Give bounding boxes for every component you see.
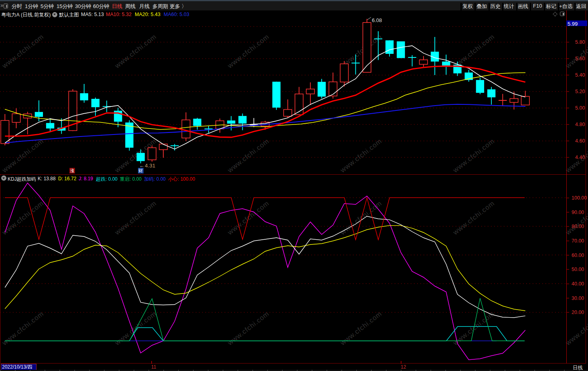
svg-text:4.40: 4.40 <box>575 155 585 160</box>
svg-text:60.00: 60.00 <box>572 253 584 258</box>
svg-text:5.40: 5.40 <box>575 72 585 78</box>
svg-text:30.00: 30.00 <box>572 296 584 301</box>
svg-text:40.00: 40.00 <box>572 281 584 287</box>
svg-text:20.00: 20.00 <box>572 310 584 315</box>
svg-text:5.00: 5.00 <box>575 105 585 111</box>
svg-text:5.20: 5.20 <box>575 89 585 94</box>
svg-text:5.60: 5.60 <box>575 56 585 61</box>
svg-text:50.00: 50.00 <box>572 267 584 272</box>
svg-text:4.60: 4.60 <box>575 138 585 144</box>
svg-text:4.80: 4.80 <box>575 122 585 127</box>
svg-text:70.00: 70.00 <box>572 238 584 244</box>
svg-text:4.31: 4.31 <box>145 163 155 169</box>
svg-text:100.00: 100.00 <box>572 195 587 201</box>
svg-text:5.99: 5.99 <box>568 21 578 27</box>
svg-text:80.00: 80.00 <box>572 224 584 229</box>
svg-text:5.80: 5.80 <box>575 39 585 45</box>
svg-text:90.00: 90.00 <box>572 210 584 215</box>
